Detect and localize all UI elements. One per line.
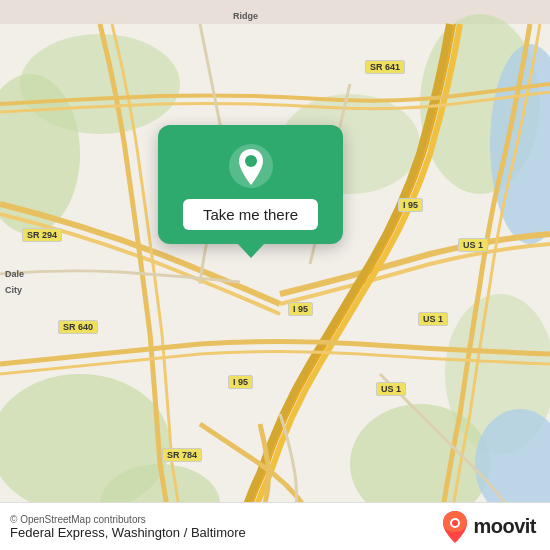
label-i95-2: I 95 <box>288 302 313 316</box>
label-sr294: SR 294 <box>22 228 62 242</box>
label-sr784: SR 784 <box>162 448 202 462</box>
take-me-there-button[interactable]: Take me there <box>183 199 318 230</box>
label-ridge: Ridge <box>230 10 261 22</box>
moovit-pin-icon <box>441 510 469 544</box>
map-background <box>0 0 550 550</box>
osm-credit: © OpenStreetMap contributors <box>10 514 246 525</box>
label-us1-1: US 1 <box>458 238 488 252</box>
moovit-text: moovit <box>473 515 536 538</box>
label-i95-1: I 95 <box>398 198 423 212</box>
label-sr640: SR 640 <box>58 320 98 334</box>
map-container: SR 641 SR 294 SR 640 SR 784 I 95 I 95 I … <box>0 0 550 550</box>
svg-point-14 <box>452 520 458 526</box>
label-sr641: SR 641 <box>365 60 405 74</box>
svg-point-12 <box>245 155 257 167</box>
label-i95-3: I 95 <box>228 375 253 389</box>
label-us1-2: US 1 <box>418 312 448 326</box>
label-dale: Dale <box>2 268 27 280</box>
bottom-bar: © OpenStreetMap contributors Federal Exp… <box>0 502 550 550</box>
svg-point-5 <box>20 34 180 134</box>
tooltip-card: Take me there <box>158 125 343 244</box>
bottom-left: © OpenStreetMap contributors Federal Exp… <box>10 514 246 540</box>
place-name: Federal Express, Washington / Baltimore <box>10 525 246 540</box>
label-us1-3: US 1 <box>376 382 406 396</box>
moovit-logo: moovit <box>441 510 536 544</box>
label-city: City <box>2 284 25 296</box>
location-pin-icon <box>228 143 274 189</box>
